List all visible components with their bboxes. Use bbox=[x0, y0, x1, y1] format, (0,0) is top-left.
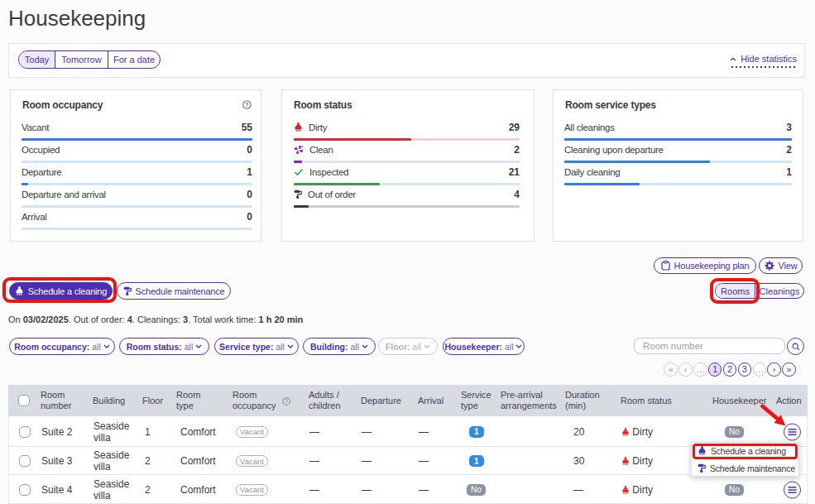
svg-text:?: ? bbox=[245, 101, 249, 108]
svg-text:?: ? bbox=[285, 398, 288, 405]
